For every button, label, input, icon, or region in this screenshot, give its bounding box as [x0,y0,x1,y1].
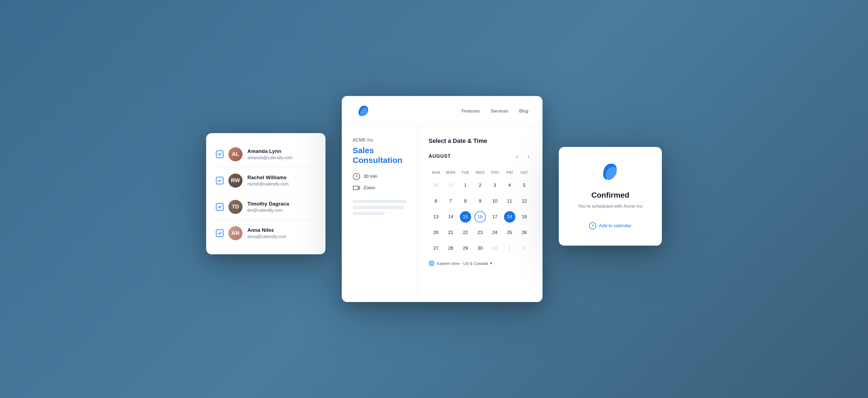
check-icon [218,231,222,235]
month-navigation: ‹ › [514,152,532,161]
cal-day-2[interactable]: 2 [474,180,486,191]
checkbox-rachel[interactable] [216,177,223,185]
avatar-rachel: RW [228,173,243,188]
user-list: AL Amanda Lynn amanda@calendly.com RW Ra… [216,141,316,246]
cal-day-21[interactable]: 21 [445,227,456,238]
user-item-1[interactable]: AL Amanda Lynn amanda@calendly.com [216,141,316,168]
checkbox-amanda[interactable] [216,151,223,158]
svg-rect-1 [353,186,358,190]
avatar-timothy: TD [228,200,243,214]
service-meta: 30 min Zoom [352,173,407,192]
add-calendar-label: Add to calendar [599,223,631,229]
day-header-wed: WED [473,169,488,176]
booking-navbar: Features Services Blog [342,96,542,127]
cal-day-8[interactable]: 8 [460,196,471,207]
checkbox-anna[interactable] [216,229,223,237]
user-email-rachel: rachel@calendly.com [247,181,316,187]
cal-day-13[interactable]: 13 [430,211,442,223]
user-name-rachel: Rachel Williams [247,175,316,180]
calendly-logo-large [599,161,621,182]
cal-day-18-selected[interactable]: 18 [504,211,516,223]
user-email-timothy: tim@calendly.com [247,208,316,213]
cal-day-30-prev: 30 [430,180,442,191]
nav-services[interactable]: Services [491,108,508,114]
cal-day-25[interactable]: 25 [504,227,516,238]
user-list-panel: AL Amanda Lynn amanda@calendly.com RW Ra… [206,133,326,254]
skeleton-2 [352,206,404,209]
cal-day-28[interactable]: 28 [445,243,456,254]
next-month-button[interactable]: › [525,152,532,161]
check-icon [218,152,222,157]
user-item-4[interactable]: AN Anna Niles anna@calendly.com [216,220,316,246]
calendar-week-2: 6 7 8 9 10 11 12 [429,195,532,208]
cal-day-11[interactable]: 11 [504,196,516,207]
calendar-grid: SUN MON TUE WED THU FRI SAT 30 31 1 2 3 … [429,169,532,255]
globe-icon: 🌐 [429,260,435,266]
cal-day-17[interactable]: 17 [489,211,500,223]
cal-day-31-prev: 31 [445,180,456,191]
confirmation-title: Confirmed [591,191,629,200]
skeleton-3 [352,212,385,215]
day-header-thu: THU [488,169,502,176]
cal-day-5[interactable]: 5 [519,180,530,191]
day-header-sat: SAT [517,169,532,176]
timezone-selector[interactable]: 🌐 Eastern time - US & Canada ▾ [429,260,532,266]
brand-logo [356,104,370,119]
user-item-2[interactable]: RW Rachel Williams rachel@calendly.com [216,168,316,194]
calendar-section-title: Select a Date & Time [429,137,532,144]
cal-day-12[interactable]: 12 [519,196,530,207]
day-header-sun: SUN [429,169,443,176]
user-item-3[interactable]: TD Timothy Dagraca tim@calendly.com [216,194,316,220]
booking-service-info: ACME Inc Sales Consultation 30 min Zoom [342,127,418,302]
nav-blog[interactable]: Blog [519,108,528,114]
cal-day-1[interactable]: 1 [460,180,471,191]
cal-day-15-selected[interactable]: 15 [460,211,471,223]
cal-day-22[interactable]: 22 [460,227,471,238]
booking-content: ACME Inc Sales Consultation 30 min Zoom [342,127,542,302]
booking-panel: Features Services Blog ACME Inc Sales Co… [342,96,542,302]
cal-day-23[interactable]: 23 [474,227,486,238]
timezone-dropdown-icon: ▾ [490,261,492,266]
cal-day-30[interactable]: 30 [474,243,486,254]
day-header-tue: TUE [458,169,473,176]
cal-day-16-selected[interactable]: 16 [474,211,486,223]
check-icon [218,178,222,183]
cal-day-2-next: 2 [519,243,530,254]
cal-day-19[interactable]: 19 [519,211,530,223]
booking-calendar: Select a Date & Time AUGUST ‹ › SUN MON … [418,127,542,302]
cal-day-24[interactable]: 24 [489,227,500,238]
cal-day-26[interactable]: 26 [519,227,530,238]
nav-features[interactable]: Features [462,108,480,114]
month-label: AUGUST [429,154,451,159]
cal-day-20[interactable]: 20 [430,227,442,238]
day-header-fri: FRI [502,169,517,176]
prev-month-button[interactable]: ‹ [514,152,520,161]
confirm-logo [599,161,621,183]
cal-day-4[interactable]: 4 [504,180,516,191]
platform-label: Zoom [364,185,375,191]
cal-day-10[interactable]: 10 [489,196,500,207]
skeleton-1 [352,200,407,203]
cal-day-9[interactable]: 9 [474,196,486,207]
calendar-header: AUGUST ‹ › [429,152,532,161]
confirmation-panel: Confirmed You're scheduled with Acme Inc… [559,147,662,245]
cal-day-14[interactable]: 14 [445,211,456,223]
cal-day-27[interactable]: 27 [430,243,442,254]
nav-links: Features Services Blog [462,108,528,114]
user-email-amanda: amanda@calendly.com [247,155,316,160]
cal-day-6[interactable]: 6 [430,196,442,207]
check-icon [218,205,222,209]
service-title: Sales Consultation [352,145,407,165]
calendar-week-4: 20 21 22 23 24 25 26 [429,226,532,239]
description-skeleton [352,200,407,215]
cal-day-1-next: 1 [504,243,516,254]
cal-day-3[interactable]: 3 [489,180,500,191]
cal-day-29[interactable]: 29 [460,243,471,254]
cal-day-30-extra: 30 [489,243,500,254]
checkbox-timothy[interactable] [216,203,223,211]
add-to-calendar-button[interactable]: + Add to calendar [585,220,636,232]
platform-item: Zoom [352,184,407,192]
user-email-anna: anna@calendly.com [247,234,316,239]
avatar-anna: AN [228,226,243,240]
cal-day-7[interactable]: 7 [445,196,456,207]
